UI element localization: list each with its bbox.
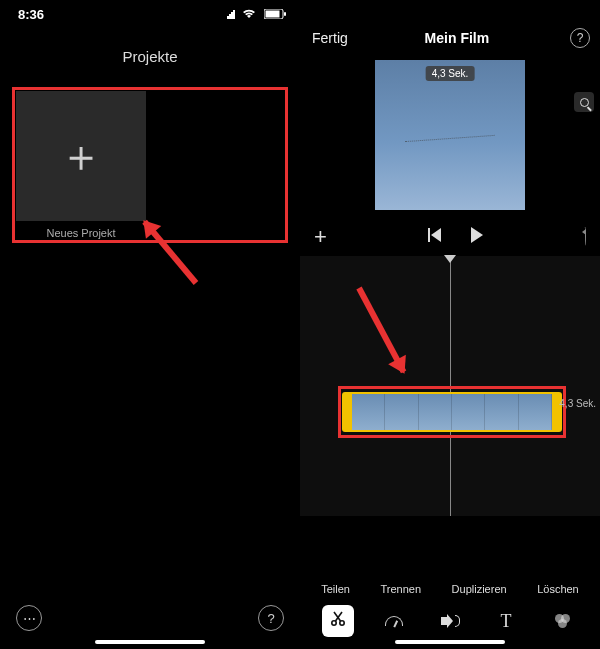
clip-actions: Teilen Trennen Duplizieren Löschen — [300, 583, 600, 595]
undo-button[interactable] — [584, 228, 586, 246]
clip-thumbnails — [352, 392, 552, 432]
play-button[interactable] — [471, 227, 483, 247]
editor-header: Fertig Mein Film ? — [300, 0, 600, 56]
svg-point-4 — [340, 621, 344, 625]
undo-icon — [584, 227, 586, 246]
preview-area: 4,3 Sek. — [300, 56, 600, 216]
cut-tool[interactable] — [322, 605, 354, 637]
preview-content — [405, 135, 495, 151]
play-icon — [471, 227, 483, 243]
done-button[interactable]: Fertig — [312, 30, 348, 46]
text-icon: T — [501, 611, 512, 632]
signal-icon — [227, 7, 235, 22]
scissors-icon — [330, 611, 346, 631]
speed-tool[interactable] — [378, 605, 410, 637]
filter-tool[interactable] — [546, 605, 578, 637]
duplicate-action[interactable]: Duplizieren — [452, 583, 507, 595]
status-time: 8:36 — [18, 7, 44, 22]
preview-frame[interactable]: 4,3 Sek. — [375, 60, 525, 210]
split-action[interactable]: Trennen — [381, 583, 422, 595]
speedometer-icon — [385, 616, 403, 626]
editor-screen: Fertig Mein Film ? 4,3 Sek. + — [300, 0, 600, 649]
home-indicator[interactable] — [395, 640, 505, 644]
magnifier-icon — [580, 98, 589, 107]
timeline[interactable]: 4,3 Sek. — [300, 256, 600, 516]
help-button[interactable]: ? — [258, 605, 284, 631]
clip-highlight — [338, 386, 566, 438]
projects-screen: 8:36 Projekte ＋ Neues Projekt ⋯ ? — [0, 0, 300, 649]
delete-action[interactable]: Löschen — [537, 583, 579, 595]
bottom-bar: ⋯ ? — [0, 605, 300, 631]
transport-bar: + — [300, 216, 600, 256]
new-project-label: Neues Projekt — [16, 227, 146, 239]
status-bar: 8:36 — [0, 0, 300, 24]
help-icon: ? — [267, 611, 274, 626]
clip-duration-label: 4,3 Sek. — [559, 398, 596, 409]
home-indicator[interactable] — [95, 640, 205, 644]
status-indicators — [227, 6, 286, 22]
volume-icon — [441, 614, 460, 628]
help-icon: ? — [577, 31, 584, 45]
skip-start-icon — [428, 228, 441, 242]
page-title: Projekte — [0, 24, 300, 79]
battery-icon — [264, 7, 286, 22]
ellipsis-icon: ⋯ — [23, 611, 36, 626]
help-button[interactable]: ? — [570, 28, 590, 48]
tool-bar: T — [300, 605, 600, 637]
zoom-button[interactable] — [574, 92, 594, 112]
playhead-knob[interactable] — [444, 255, 456, 263]
plus-icon: ＋ — [59, 134, 103, 178]
project-title: Mein Film — [348, 30, 566, 46]
text-tool[interactable]: T — [490, 605, 522, 637]
new-project-tile[interactable]: ＋ — [16, 91, 146, 221]
skip-start-button[interactable] — [428, 228, 441, 246]
more-button[interactable]: ⋯ — [16, 605, 42, 631]
clip-trim-left[interactable] — [342, 392, 352, 432]
svg-point-3 — [332, 621, 336, 625]
share-action[interactable]: Teilen — [321, 583, 350, 595]
duration-badge: 4,3 Sek. — [426, 66, 475, 81]
add-media-button[interactable]: + — [314, 224, 327, 250]
wifi-icon — [242, 7, 256, 22]
filter-icon — [553, 614, 571, 628]
svg-rect-1 — [266, 11, 280, 18]
svg-rect-2 — [284, 12, 286, 16]
volume-tool[interactable] — [434, 605, 466, 637]
video-clip[interactable] — [342, 392, 562, 432]
